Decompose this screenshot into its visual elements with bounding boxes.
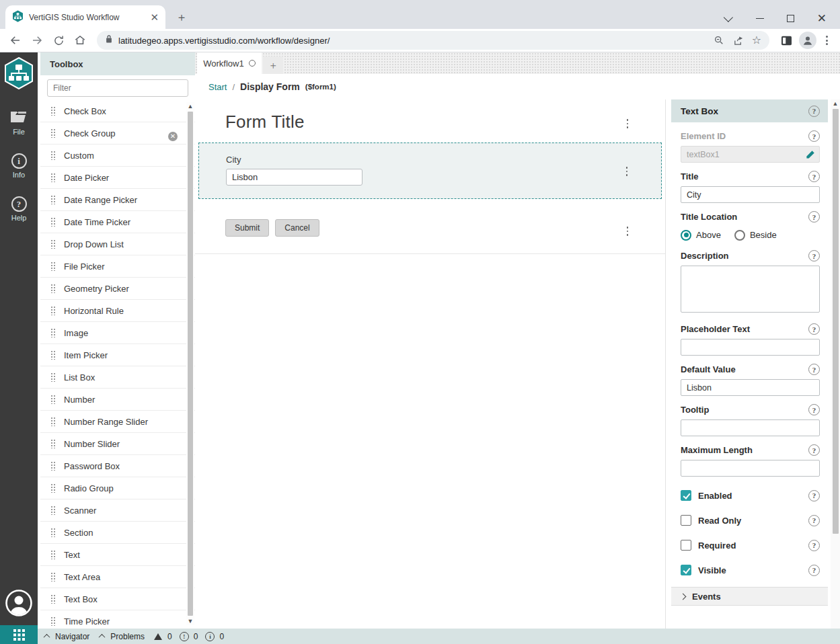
title-input[interactable] bbox=[681, 186, 820, 203]
toolbox-item-number-range-slider[interactable]: Number Range Slider bbox=[40, 411, 195, 433]
drag-handle-icon[interactable] bbox=[50, 616, 56, 626]
help-icon[interactable] bbox=[808, 515, 820, 526]
new-tab-button[interactable]: ＋ bbox=[172, 7, 191, 26]
tooltip-input[interactable] bbox=[681, 419, 820, 436]
toolbox-item-item-picker[interactable]: Item Picker bbox=[40, 344, 195, 366]
toolbox-item-password-box[interactable]: Password Box bbox=[40, 455, 195, 477]
checkbox-icon[interactable] bbox=[681, 490, 691, 501]
toolbox-item-section[interactable]: Section bbox=[40, 522, 195, 544]
tab-search-chevron-icon[interactable] bbox=[724, 12, 733, 22]
toolbox-item-number[interactable]: Number bbox=[40, 389, 195, 411]
problems-expand-icon[interactable] bbox=[99, 634, 106, 641]
new-workflow-tab-button[interactable]: ＋ bbox=[263, 56, 283, 74]
filter-clear-icon[interactable]: ✕ bbox=[168, 132, 178, 141]
forward-icon[interactable] bbox=[28, 32, 46, 49]
checkbox-icon[interactable] bbox=[681, 540, 691, 551]
toolbox-item-list-box[interactable]: List Box bbox=[40, 366, 195, 389]
tab-close-icon[interactable]: ✕ bbox=[150, 12, 159, 22]
drag-handle-icon[interactable] bbox=[50, 439, 56, 448]
page-scrollbar[interactable]: ▲ ▼ bbox=[831, 99, 840, 644]
toolbox-item-radio-group[interactable]: Radio Group bbox=[40, 477, 195, 499]
browser-tab[interactable]: VertiGIS Studio Workflow ✕ bbox=[5, 5, 165, 29]
toolbox-item-number-slider[interactable]: Number Slider bbox=[40, 433, 195, 455]
scrollbar-thumb[interactable] bbox=[833, 109, 839, 534]
url-bar[interactable]: latitudegeo.apps.vertigisstudio.com/work… bbox=[97, 31, 769, 50]
toolbox-item-drop-down-list[interactable]: Drop Down List bbox=[40, 233, 195, 255]
window-close-button[interactable]: ✕ bbox=[817, 13, 827, 24]
drag-handle-icon[interactable] bbox=[50, 550, 56, 559]
help-icon[interactable] bbox=[808, 404, 820, 415]
scroll-down-icon[interactable]: ▼ bbox=[188, 617, 194, 625]
default-value-input[interactable] bbox=[681, 379, 820, 396]
drag-handle-icon[interactable] bbox=[50, 572, 56, 581]
submit-button[interactable]: Submit bbox=[225, 219, 269, 237]
window-maximize-button[interactable] bbox=[787, 15, 794, 22]
drag-handle-icon[interactable] bbox=[50, 417, 56, 426]
navigator-toggle[interactable]: Navigator bbox=[55, 632, 89, 641]
radio-option-above[interactable]: Above bbox=[681, 230, 721, 241]
help-icon[interactable] bbox=[808, 364, 820, 375]
radio-icon[interactable] bbox=[734, 230, 745, 241]
toolbox-item-text[interactable]: Text bbox=[40, 544, 195, 566]
form-title-block[interactable]: Form Title bbox=[195, 101, 665, 143]
drag-handle-icon[interactable] bbox=[50, 350, 56, 360]
help-icon[interactable] bbox=[808, 444, 820, 456]
drag-handle-icon[interactable] bbox=[50, 128, 56, 138]
drag-handle-icon[interactable] bbox=[50, 594, 56, 604]
toolbox-item-geometry-picker[interactable]: Geometry Picker bbox=[40, 278, 195, 300]
help-icon[interactable] bbox=[808, 565, 820, 576]
vertigis-logo-icon[interactable] bbox=[4, 57, 34, 92]
drag-handle-icon[interactable] bbox=[50, 306, 56, 315]
toolbox-item-check-box[interactable]: Check Box bbox=[40, 100, 195, 122]
drag-handle-icon[interactable] bbox=[50, 506, 56, 515]
city-text-input[interactable] bbox=[226, 169, 362, 186]
help-icon[interactable] bbox=[808, 106, 820, 117]
element-menu-kebab-icon[interactable] bbox=[624, 165, 630, 178]
toolbox-item-scanner[interactable]: Scanner bbox=[40, 499, 195, 522]
drag-handle-icon[interactable] bbox=[50, 461, 56, 471]
form-buttons-block[interactable]: Submit Cancel bbox=[195, 208, 665, 254]
toolbox-item-image[interactable]: Image bbox=[40, 322, 195, 344]
rail-item-info[interactable]: i Info bbox=[11, 153, 27, 179]
toolbox-item-text-box[interactable]: Text Box bbox=[40, 588, 195, 610]
drag-handle-icon[interactable] bbox=[50, 284, 56, 293]
toolbox-item-date-picker[interactable]: Date Picker bbox=[40, 167, 195, 189]
side-panel-icon[interactable] bbox=[777, 32, 795, 49]
checkbox-icon[interactable] bbox=[681, 515, 691, 526]
drag-handle-icon[interactable] bbox=[50, 173, 56, 182]
toolbox-item-date-range-picker[interactable]: Date Range Picker bbox=[40, 189, 195, 211]
toolbox-item-file-picker[interactable]: File Picker bbox=[40, 255, 195, 278]
help-icon[interactable] bbox=[808, 540, 820, 551]
drag-handle-icon[interactable] bbox=[50, 217, 56, 227]
url-text[interactable]: latitudegeo.apps.vertigisstudio.com/work… bbox=[118, 36, 706, 46]
home-icon[interactable] bbox=[71, 32, 89, 49]
navigator-expand-icon[interactable] bbox=[44, 634, 50, 641]
window-minimize-button[interactable] bbox=[756, 18, 764, 19]
radio-icon[interactable] bbox=[681, 230, 691, 241]
help-icon[interactable] bbox=[808, 211, 820, 223]
drag-handle-icon[interactable] bbox=[50, 239, 56, 249]
help-icon[interactable] bbox=[808, 490, 820, 501]
zoom-out-icon[interactable] bbox=[712, 33, 726, 48]
drag-handle-icon[interactable] bbox=[50, 483, 56, 493]
help-icon[interactable] bbox=[808, 250, 820, 261]
rail-item-help[interactable]: ? Help bbox=[11, 196, 27, 222]
toolbox-item-text-area[interactable]: Text Area bbox=[40, 566, 195, 588]
placeholder-input[interactable] bbox=[681, 339, 820, 356]
edit-pencil-icon[interactable] bbox=[805, 149, 816, 160]
events-section-toggle[interactable]: Events bbox=[671, 587, 828, 606]
problems-toggle[interactable]: Problems bbox=[110, 632, 145, 641]
toolbox-scrollbar[interactable]: ▲ ▼ bbox=[186, 102, 194, 625]
share-icon[interactable] bbox=[732, 33, 747, 48]
user-avatar[interactable] bbox=[5, 589, 33, 620]
drag-handle-icon[interactable] bbox=[50, 328, 56, 337]
reload-icon[interactable] bbox=[50, 32, 67, 49]
back-icon[interactable] bbox=[7, 32, 24, 49]
toolbox-filter-input[interactable] bbox=[47, 79, 188, 97]
description-textarea[interactable] bbox=[681, 266, 820, 313]
drag-handle-icon[interactable] bbox=[50, 106, 56, 116]
browser-profile-avatar[interactable] bbox=[799, 32, 816, 49]
scroll-up-icon[interactable]: ▲ bbox=[833, 99, 839, 108]
drag-handle-icon[interactable] bbox=[50, 528, 56, 537]
breadcrumb-start-link[interactable]: Start bbox=[208, 82, 227, 92]
